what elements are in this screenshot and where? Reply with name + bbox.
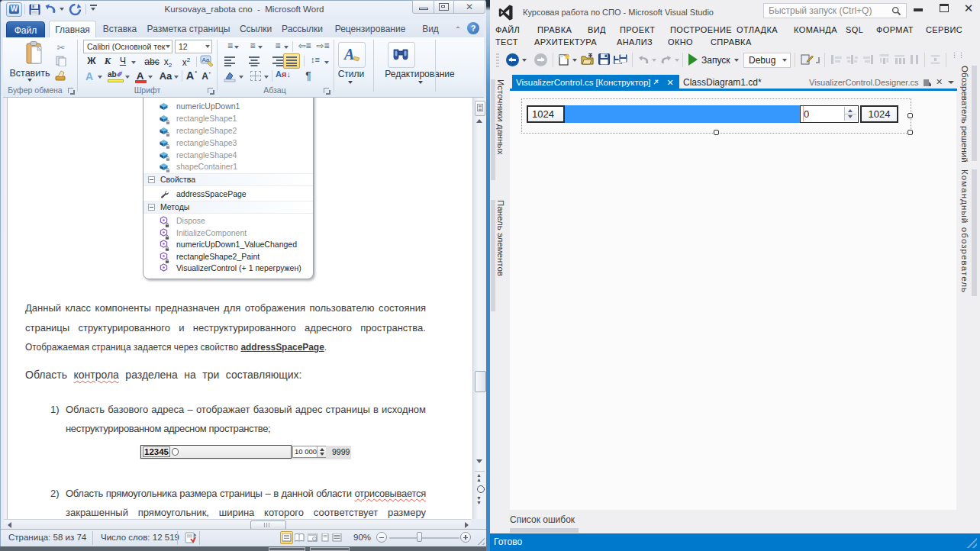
svg-text:A: A [343,46,354,63]
